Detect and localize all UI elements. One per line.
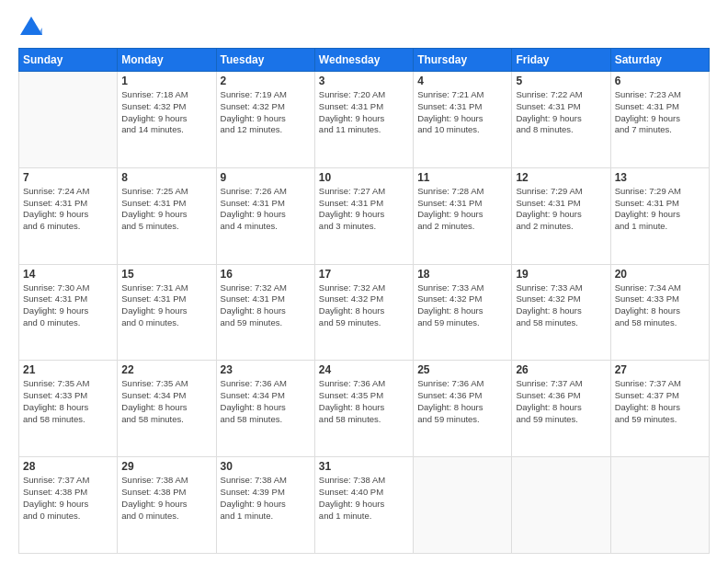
day-info: Sunrise: 7:33 AMSunset: 4:32 PMDaylight:… — [516, 282, 606, 329]
day-cell: 29Sunrise: 7:38 AMSunset: 4:38 PMDayligh… — [118, 457, 216, 554]
day-info: Sunrise: 7:36 AMSunset: 4:34 PMDaylight:… — [221, 378, 311, 425]
day-number: 21 — [23, 363, 113, 376]
day-number: 2 — [221, 75, 311, 87]
day-cell: 30Sunrise: 7:38 AMSunset: 4:39 PMDayligh… — [216, 457, 314, 554]
day-cell — [19, 72, 118, 168]
day-cell: 19Sunrise: 7:33 AMSunset: 4:32 PMDayligh… — [512, 264, 610, 361]
day-cell: 7Sunrise: 7:24 AMSunset: 4:31 PMDaylight… — [19, 167, 118, 264]
day-info: Sunrise: 7:21 AMSunset: 4:31 PMDaylight:… — [417, 89, 507, 136]
day-number: 31 — [319, 460, 409, 473]
day-info: Sunrise: 7:25 AMSunset: 4:31 PMDaylight:… — [121, 186, 211, 233]
weekday-header-row: SundayMondayTuesdayWednesdayThursdayFrid… — [19, 49, 710, 72]
day-number: 7 — [23, 171, 113, 184]
week-row-4: 21Sunrise: 7:35 AMSunset: 4:33 PMDayligh… — [19, 361, 710, 457]
week-row-5: 28Sunrise: 7:37 AMSunset: 4:38 PMDayligh… — [19, 457, 710, 554]
day-cell: 13Sunrise: 7:29 AMSunset: 4:31 PMDayligh… — [610, 167, 709, 264]
day-cell — [512, 457, 610, 554]
day-info: Sunrise: 7:29 AMSunset: 4:31 PMDaylight:… — [615, 186, 705, 233]
day-number: 13 — [615, 171, 705, 184]
week-row-3: 14Sunrise: 7:30 AMSunset: 4:31 PMDayligh… — [19, 264, 710, 361]
day-cell: 24Sunrise: 7:36 AMSunset: 4:35 PMDayligh… — [314, 361, 413, 457]
day-cell: 28Sunrise: 7:37 AMSunset: 4:38 PMDayligh… — [19, 457, 118, 554]
day-info: Sunrise: 7:38 AMSunset: 4:39 PMDaylight:… — [221, 475, 311, 522]
day-info: Sunrise: 7:23 AMSunset: 4:31 PMDaylight:… — [615, 89, 705, 136]
day-info: Sunrise: 7:37 AMSunset: 4:38 PMDaylight:… — [23, 475, 113, 522]
day-info: Sunrise: 7:32 AMSunset: 4:31 PMDaylight:… — [221, 282, 311, 329]
day-cell: 5Sunrise: 7:22 AMSunset: 4:31 PMDaylight… — [512, 72, 610, 168]
day-info: Sunrise: 7:24 AMSunset: 4:31 PMDaylight:… — [23, 186, 113, 233]
day-cell — [610, 457, 709, 554]
day-info: Sunrise: 7:26 AMSunset: 4:31 PMDaylight:… — [221, 186, 311, 233]
weekday-tuesday: Tuesday — [216, 49, 314, 72]
day-info: Sunrise: 7:27 AMSunset: 4:31 PMDaylight:… — [319, 186, 409, 233]
page: SundayMondayTuesdayWednesdayThursdayFrid… — [0, 0, 728, 563]
day-info: Sunrise: 7:18 AMSunset: 4:32 PMDaylight:… — [121, 89, 211, 136]
day-info: Sunrise: 7:30 AMSunset: 4:31 PMDaylight:… — [23, 282, 113, 329]
weekday-thursday: Thursday — [414, 49, 512, 72]
day-cell: 9Sunrise: 7:26 AMSunset: 4:31 PMDaylight… — [216, 167, 314, 264]
day-cell: 11Sunrise: 7:28 AMSunset: 4:31 PMDayligh… — [414, 167, 512, 264]
day-cell: 10Sunrise: 7:27 AMSunset: 4:31 PMDayligh… — [314, 167, 413, 264]
day-number: 12 — [516, 171, 606, 184]
day-cell: 25Sunrise: 7:36 AMSunset: 4:36 PMDayligh… — [414, 361, 512, 457]
day-info: Sunrise: 7:37 AMSunset: 4:36 PMDaylight:… — [516, 378, 606, 425]
day-cell: 1Sunrise: 7:18 AMSunset: 4:32 PMDaylight… — [118, 72, 216, 168]
day-number: 11 — [417, 171, 507, 184]
weekday-friday: Friday — [512, 49, 610, 72]
day-cell: 3Sunrise: 7:20 AMSunset: 4:31 PMDaylight… — [314, 72, 413, 168]
week-row-2: 7Sunrise: 7:24 AMSunset: 4:31 PMDaylight… — [19, 167, 710, 264]
day-cell: 8Sunrise: 7:25 AMSunset: 4:31 PMDaylight… — [118, 167, 216, 264]
day-cell: 31Sunrise: 7:38 AMSunset: 4:40 PMDayligh… — [314, 457, 413, 554]
day-number: 3 — [319, 75, 409, 87]
day-info: Sunrise: 7:35 AMSunset: 4:33 PMDaylight:… — [23, 378, 113, 425]
day-number: 29 — [121, 460, 211, 473]
day-info: Sunrise: 7:28 AMSunset: 4:31 PMDaylight:… — [417, 186, 507, 233]
day-info: Sunrise: 7:33 AMSunset: 4:32 PMDaylight:… — [417, 282, 507, 329]
day-info: Sunrise: 7:38 AMSunset: 4:38 PMDaylight:… — [121, 475, 211, 522]
header — [18, 15, 710, 40]
day-number: 5 — [516, 75, 606, 87]
week-row-1: 1Sunrise: 7:18 AMSunset: 4:32 PMDaylight… — [19, 72, 710, 168]
day-info: Sunrise: 7:19 AMSunset: 4:32 PMDaylight:… — [221, 89, 311, 136]
weekday-wednesday: Wednesday — [314, 49, 413, 72]
day-number: 26 — [516, 363, 606, 376]
day-number: 8 — [121, 171, 211, 184]
day-number: 15 — [121, 268, 211, 281]
day-number: 23 — [221, 363, 311, 376]
day-info: Sunrise: 7:34 AMSunset: 4:33 PMDaylight:… — [615, 282, 705, 329]
day-cell: 18Sunrise: 7:33 AMSunset: 4:32 PMDayligh… — [414, 264, 512, 361]
day-info: Sunrise: 7:36 AMSunset: 4:35 PMDaylight:… — [319, 378, 409, 425]
weekday-saturday: Saturday — [610, 49, 709, 72]
day-info: Sunrise: 7:29 AMSunset: 4:31 PMDaylight:… — [516, 186, 606, 233]
day-number: 25 — [417, 363, 507, 376]
day-info: Sunrise: 7:38 AMSunset: 4:40 PMDaylight:… — [319, 475, 409, 522]
day-cell: 12Sunrise: 7:29 AMSunset: 4:31 PMDayligh… — [512, 167, 610, 264]
day-number: 6 — [615, 75, 705, 87]
day-cell: 22Sunrise: 7:35 AMSunset: 4:34 PMDayligh… — [118, 361, 216, 457]
day-info: Sunrise: 7:35 AMSunset: 4:34 PMDaylight:… — [121, 378, 211, 425]
day-number: 17 — [319, 268, 409, 281]
day-info: Sunrise: 7:22 AMSunset: 4:31 PMDaylight:… — [516, 89, 606, 136]
day-cell: 16Sunrise: 7:32 AMSunset: 4:31 PMDayligh… — [216, 264, 314, 361]
day-cell: 27Sunrise: 7:37 AMSunset: 4:37 PMDayligh… — [610, 361, 709, 457]
day-number: 18 — [417, 268, 507, 281]
day-info: Sunrise: 7:32 AMSunset: 4:32 PMDaylight:… — [319, 282, 409, 329]
day-cell: 26Sunrise: 7:37 AMSunset: 4:36 PMDayligh… — [512, 361, 610, 457]
day-number: 9 — [221, 171, 311, 184]
day-cell: 20Sunrise: 7:34 AMSunset: 4:33 PMDayligh… — [610, 264, 709, 361]
day-cell: 14Sunrise: 7:30 AMSunset: 4:31 PMDayligh… — [19, 264, 118, 361]
day-info: Sunrise: 7:20 AMSunset: 4:31 PMDaylight:… — [319, 89, 409, 136]
day-number: 19 — [516, 268, 606, 281]
day-number: 27 — [615, 363, 705, 376]
day-number: 16 — [221, 268, 311, 281]
day-number: 1 — [121, 75, 211, 87]
day-cell: 17Sunrise: 7:32 AMSunset: 4:32 PMDayligh… — [314, 264, 413, 361]
day-number: 24 — [319, 363, 409, 376]
day-number: 10 — [319, 171, 409, 184]
day-cell: 6Sunrise: 7:23 AMSunset: 4:31 PMDaylight… — [610, 72, 709, 168]
day-number: 22 — [121, 363, 211, 376]
day-info: Sunrise: 7:31 AMSunset: 4:31 PMDaylight:… — [121, 282, 211, 329]
day-cell: 15Sunrise: 7:31 AMSunset: 4:31 PMDayligh… — [118, 264, 216, 361]
day-cell: 4Sunrise: 7:21 AMSunset: 4:31 PMDaylight… — [414, 72, 512, 168]
day-cell: 23Sunrise: 7:36 AMSunset: 4:34 PMDayligh… — [216, 361, 314, 457]
